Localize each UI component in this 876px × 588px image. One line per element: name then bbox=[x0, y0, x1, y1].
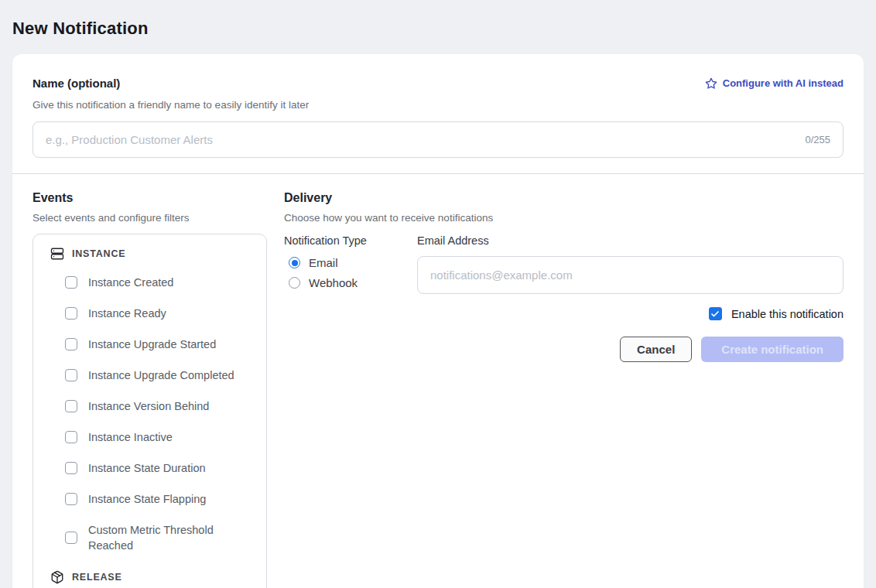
event-item[interactable]: Instance Upgrade Started bbox=[46, 337, 254, 352]
package-icon bbox=[50, 570, 64, 584]
event-checkbox[interactable] bbox=[65, 338, 77, 350]
event-group-header: INSTANCE bbox=[46, 247, 254, 261]
event-checkbox[interactable] bbox=[65, 493, 77, 505]
event-group-label: RELEASE bbox=[72, 572, 122, 583]
radio-label: Webhook bbox=[309, 276, 358, 289]
event-checkbox[interactable] bbox=[65, 462, 77, 474]
email-address-section: Email Address bbox=[417, 234, 843, 294]
radio-icon[interactable] bbox=[289, 277, 300, 289]
events-list-box: INSTANCEInstance CreatedInstance ReadyIn… bbox=[33, 234, 267, 588]
event-item[interactable]: Custom Metric Threshold Reached bbox=[46, 522, 254, 553]
notification-type-option[interactable]: Email bbox=[284, 256, 417, 269]
check-icon bbox=[710, 309, 720, 319]
event-item-label: Instance State Duration bbox=[88, 460, 206, 476]
radio-icon[interactable] bbox=[289, 257, 300, 268]
delivery-column: Delivery Choose how you want to receive … bbox=[284, 191, 843, 588]
notification-form-card: Name (optional) Configure with AI instea… bbox=[12, 54, 864, 588]
email-input[interactable] bbox=[430, 268, 830, 282]
event-item-label: Instance Ready bbox=[88, 306, 166, 321]
notification-type-label: Notification Type bbox=[284, 234, 417, 247]
event-item[interactable]: Instance Created bbox=[46, 275, 254, 290]
event-item-label: Instance Created bbox=[88, 275, 173, 290]
delivery-heading: Delivery bbox=[284, 191, 843, 205]
enable-notification-row[interactable]: Enable this notification bbox=[284, 307, 843, 320]
email-address-label: Email Address bbox=[417, 234, 843, 247]
star-icon bbox=[705, 77, 717, 90]
notification-type-options: EmailWebhook bbox=[284, 256, 417, 289]
event-item-label: Custom Metric Threshold Reached bbox=[88, 522, 239, 553]
event-checkbox[interactable] bbox=[65, 400, 77, 412]
event-checkbox[interactable] bbox=[65, 532, 77, 544]
email-input-wrap bbox=[417, 256, 843, 294]
events-subtitle: Select events and configure filters bbox=[33, 212, 267, 224]
configure-with-ai-label: Configure with AI instead bbox=[723, 77, 843, 89]
event-item-label: Instance State Flapping bbox=[88, 491, 206, 507]
event-checkbox[interactable] bbox=[65, 431, 77, 443]
event-item[interactable]: Instance Version Behind bbox=[46, 398, 254, 414]
event-item-label: Instance Version Behind bbox=[88, 398, 209, 414]
delivery-subtitle: Choose how you want to receive notificat… bbox=[284, 212, 843, 224]
cancel-button[interactable]: Cancel bbox=[620, 337, 692, 362]
events-heading: Events bbox=[33, 191, 267, 205]
enable-notification-checkbox[interactable] bbox=[709, 307, 722, 320]
event-item[interactable]: Instance Upgrade Completed bbox=[46, 368, 254, 383]
notification-type-section: Notification Type EmailWebhook bbox=[284, 234, 417, 294]
name-section: Name (optional) Configure with AI instea… bbox=[12, 54, 864, 173]
server-icon bbox=[50, 247, 64, 261]
notification-type-option[interactable]: Webhook bbox=[284, 276, 417, 289]
name-input-wrap: 0/255 bbox=[33, 121, 843, 158]
event-item[interactable]: Instance Inactive bbox=[46, 429, 254, 445]
page-title: New Notification bbox=[12, 19, 864, 39]
event-checkbox[interactable] bbox=[65, 276, 77, 289]
event-item-label: Instance Upgrade Started bbox=[88, 337, 216, 352]
create-notification-button[interactable]: Create notification bbox=[701, 337, 843, 362]
events-column: Events Select events and configure filte… bbox=[33, 191, 267, 588]
configure-with-ai-link[interactable]: Configure with AI instead bbox=[705, 77, 843, 90]
name-field-label: Name (optional) bbox=[33, 77, 120, 90]
event-checkbox[interactable] bbox=[65, 307, 77, 320]
event-item[interactable]: Instance State Duration bbox=[46, 460, 254, 476]
event-item-label: Instance Upgrade Completed bbox=[88, 368, 234, 383]
name-input[interactable] bbox=[46, 133, 796, 146]
name-field-description: Give this notification a friendly name t… bbox=[33, 99, 843, 111]
event-group-header: RELEASE bbox=[46, 570, 254, 584]
event-item-label: Instance Inactive bbox=[88, 429, 173, 445]
event-item[interactable]: Instance State Flapping bbox=[46, 491, 254, 507]
char-counter: 0/255 bbox=[805, 134, 830, 145]
radio-label: Email bbox=[309, 256, 338, 269]
enable-notification-label: Enable this notification bbox=[731, 308, 843, 320]
event-checkbox[interactable] bbox=[65, 369, 77, 381]
event-item[interactable]: Instance Ready bbox=[46, 306, 254, 321]
event-group-label: INSTANCE bbox=[72, 248, 125, 259]
